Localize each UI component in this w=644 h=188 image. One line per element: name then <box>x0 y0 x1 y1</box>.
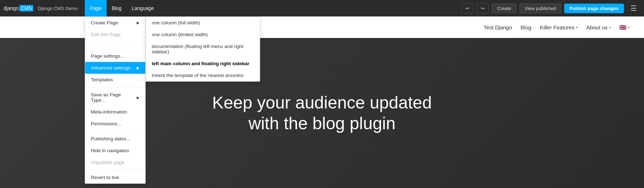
menu-divider-2 <box>85 87 145 87</box>
chevron-down-icon: ▾ <box>628 25 630 29</box>
menu-divider-3 <box>85 131 145 131</box>
hamburger-menu-button[interactable]: ☰ <box>627 2 640 14</box>
chevron-right-icon: ▶ <box>137 66 140 70</box>
site-nav: Test Django Blog Killer Features ▾ About… <box>484 24 630 31</box>
menu-item-unpublish-page[interactable]: Hide in navigation <box>85 145 145 156</box>
menu-item-revert-live[interactable]: Unpublish page <box>85 156 145 168</box>
toolbar-nav-language[interactable]: Language <box>127 0 159 16</box>
template-one-column-full[interactable]: one column (full width) <box>146 17 260 29</box>
page-dropdown-menu: Create Page ▶ Edit this Page Page settin… <box>85 16 146 184</box>
template-inherit-nearest[interactable]: Inherit the template of the nearest ance… <box>146 69 260 81</box>
chevron-right-icon: ▶ <box>137 21 140 25</box>
menu-item-page-settings[interactable] <box>85 44 145 50</box>
menu-item-save-page-type[interactable]: Templates <box>85 74 145 86</box>
logo-django: django <box>4 5 19 11</box>
publish-button[interactable]: Publish page changes <box>564 4 624 13</box>
chevron-down-icon: ▾ <box>609 25 611 29</box>
template-one-column-limited[interactable]: one column (limited width) <box>146 29 260 40</box>
site-nav-language-flag[interactable]: 🇬🇧 ▾ <box>619 24 630 31</box>
menu-item-publishing-dates[interactable]: Permissions... <box>85 118 145 130</box>
site-nav-killer-features[interactable]: Killer Features ▾ <box>540 24 578 30</box>
menu-item-delete-page[interactable]: Revert to live <box>85 172 145 183</box>
chevron-down-icon: ▾ <box>576 25 578 29</box>
menu-item-permissions[interactable]: Meta-information <box>85 106 145 118</box>
site-nav-about-us[interactable]: About us ▾ <box>586 24 611 30</box>
menu-divider-4 <box>85 170 145 170</box>
template-left-main-column[interactable]: left main column and floating right side… <box>146 58 260 69</box>
menu-item-advanced-settings[interactable]: Page settings... <box>85 50 145 62</box>
site-nav-test-django[interactable]: Test Django <box>484 24 512 30</box>
logo-cms: CMS <box>19 5 33 11</box>
menu-item-hide-navigation[interactable]: Publishing dates... <box>85 133 145 145</box>
site-nav-blog[interactable]: Blog <box>521 24 531 30</box>
template-documentation-floating[interactable]: documentation (floating left menu and ri… <box>146 40 260 58</box>
toolbar-nav-blog[interactable]: Blog <box>107 0 127 16</box>
admin-toolbar: django CMS Django CMS Demo Page Blog Lan… <box>0 0 644 16</box>
site-name: Django CMS Demo <box>38 6 78 11</box>
toolbar-nav-page[interactable]: Page <box>85 0 107 16</box>
menu-item-meta-information[interactable]: Save as Page Type... ▶ <box>85 89 145 106</box>
django-cms-logo: django CMS <box>4 5 33 11</box>
chevron-right-icon: ▶ <box>137 96 140 100</box>
redo-button[interactable]: ↪ <box>477 3 489 13</box>
menu-item-edit-page[interactable]: Edit this Page <box>85 29 145 40</box>
undo-button[interactable]: ↩ <box>462 3 474 13</box>
menu-item-create-page[interactable]: Create Page ▶ <box>85 17 145 29</box>
view-published-button[interactable]: View published <box>519 4 561 13</box>
toolbar-nav: Page Blog Language <box>85 0 159 16</box>
toolbar-right: ↩ ↪ Create View published Publish page c… <box>462 2 640 14</box>
hero-text: Keep your audience updated with the blog… <box>212 92 432 134</box>
menu-divider <box>85 42 145 42</box>
menu-item-templates[interactable]: Advanced settings... ▶ <box>85 62 145 74</box>
create-button[interactable]: Create <box>492 4 516 13</box>
templates-submenu: one column (full width) one column (limi… <box>146 16 260 82</box>
